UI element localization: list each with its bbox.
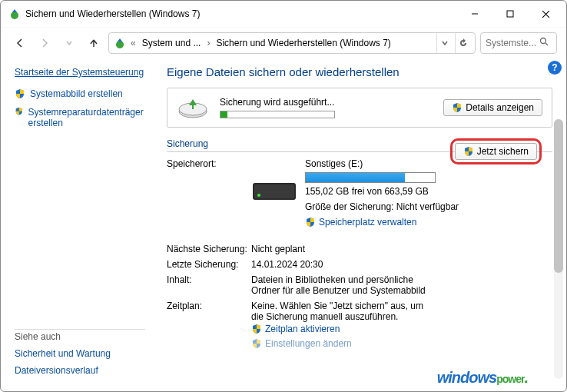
up-button[interactable] <box>84 32 104 54</box>
details-button-label: Details anzeigen <box>466 102 534 113</box>
row-val: Nicht geplant <box>251 244 552 254</box>
shield-icon <box>251 324 262 334</box>
row-key: Nächste Sicherung: <box>167 244 251 254</box>
backup-size-text: Größe der Sicherung: Nicht verfügbar <box>305 201 552 212</box>
svg-line-7 <box>545 43 548 45</box>
svg-point-0 <box>11 12 18 19</box>
scrollbar-thumb[interactable] <box>554 119 563 273</box>
shield-icon <box>452 102 463 113</box>
recent-dropdown[interactable] <box>59 32 79 54</box>
sidebar-item-create-image[interactable]: Systemabbild erstellen <box>30 88 123 99</box>
progress-bar <box>220 111 335 118</box>
refresh-icon[interactable] <box>455 33 470 53</box>
shield-icon <box>15 107 24 118</box>
chevron-down-icon[interactable] <box>436 33 452 53</box>
row-val: Keine. Wählen Sie "Jetzt sichern" aus, u… <box>251 301 436 322</box>
breadcrumb[interactable]: System und ... <box>141 38 203 48</box>
search-icon[interactable] <box>539 37 549 48</box>
activate-schedule-link[interactable]: Zeitplan aktivieren <box>251 324 340 334</box>
change-settings-label: Einstellungen ändern <box>265 338 352 349</box>
svg-point-6 <box>541 38 546 44</box>
breadcrumb[interactable]: Sichern und Wiederherstellen (Windows 7) <box>214 38 392 48</box>
forward-button[interactable] <box>35 32 55 54</box>
address-bar[interactable]: « System und ... › Sichern und Wiederher… <box>108 32 476 54</box>
disk-free-text: 155,02 GB frei von 663,59 GB <box>305 186 552 197</box>
activate-schedule-label: Zeitplan aktivieren <box>265 324 340 334</box>
help-icon[interactable]: ? <box>548 61 562 75</box>
app-icon <box>8 8 21 20</box>
shield-icon <box>15 88 25 99</box>
hdd-icon <box>251 177 297 204</box>
window-title: Sichern und Wiederherstellen (Windows 7) <box>25 8 457 19</box>
manage-space-link[interactable]: Speicherplatz verwalten <box>305 217 416 228</box>
back-button[interactable] <box>10 32 30 54</box>
close-button[interactable] <box>528 2 563 25</box>
row-val: 14.01.2024 20:30 <box>251 259 552 270</box>
svg-point-5 <box>116 41 124 48</box>
chevron-right-icon: « <box>129 38 138 48</box>
svg-rect-2 <box>507 11 513 17</box>
manage-space-label: Speicherplatz verwalten <box>319 217 416 228</box>
vertical-scrollbar[interactable] <box>554 119 563 379</box>
highlighted-backup-now: Jetzt sichern <box>450 138 542 164</box>
see-also-label: Siehe auch <box>15 331 153 342</box>
row-key: Inhalt: <box>167 274 251 285</box>
change-settings-link[interactable]: Einstellungen ändern <box>251 338 352 349</box>
shield-icon <box>251 338 262 349</box>
search-box[interactable] <box>480 32 557 54</box>
sidebar-item-create-repair-disc[interactable]: Systemreparaturdatenträger erstellen <box>28 107 154 128</box>
shield-icon <box>463 146 474 157</box>
location-label: Speicherort: <box>167 158 251 169</box>
chevron-right-icon: › <box>205 38 211 48</box>
details-button[interactable]: Details anzeigen <box>443 99 542 116</box>
backup-status-box: Sicherung wird ausgeführt... Details anz… <box>167 88 552 128</box>
row-key: Zeitplan: <box>167 301 251 311</box>
disk-usage-bar <box>305 172 436 183</box>
row-val: Dateien in Bibliotheken und persönliche … <box>251 274 428 296</box>
control-panel-home-link[interactable]: Startseite der Systemsteuerung <box>15 67 154 78</box>
backup-now-button[interactable]: Jetzt sichern <box>455 143 537 160</box>
shield-icon <box>305 217 316 228</box>
drive-running-icon <box>177 96 209 119</box>
row-key: Letzte Sicherung: <box>167 259 251 270</box>
status-text: Sicherung wird ausgeführt... <box>220 97 433 108</box>
backup-now-label: Jetzt sichern <box>477 146 529 157</box>
search-input[interactable] <box>486 38 539 48</box>
svg-rect-11 <box>254 184 294 198</box>
page-title: Eigene Dateien sichern oder wiederherste… <box>167 65 552 78</box>
svg-point-12 <box>257 194 260 197</box>
see-also-security[interactable]: Sicherheit und Wartung <box>15 348 153 359</box>
address-icon <box>114 37 126 49</box>
maximize-button[interactable] <box>492 2 528 25</box>
see-also-file-history[interactable]: Dateiversionsverlauf <box>15 365 153 376</box>
minimize-button[interactable] <box>457 2 492 25</box>
